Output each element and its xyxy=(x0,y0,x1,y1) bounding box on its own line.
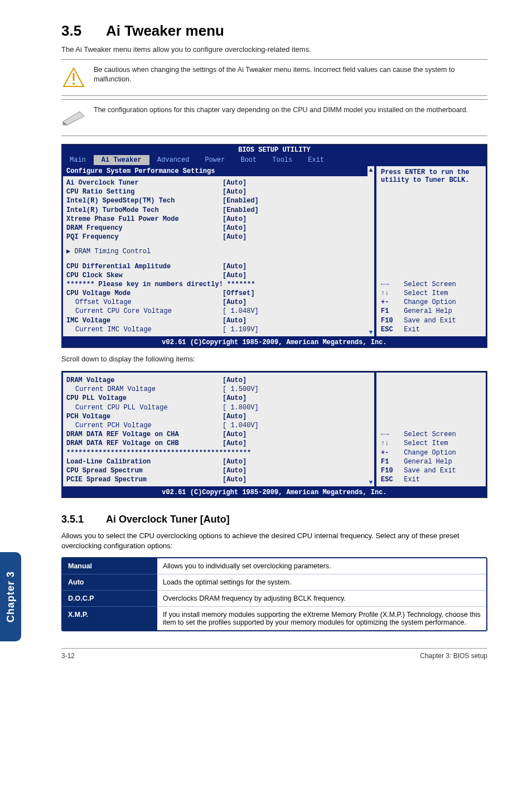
nav-help-row: ESC Exit xyxy=(381,475,481,484)
bios-setting-row[interactable]: CPU Ratio Setting[Auto] xyxy=(66,187,364,196)
nav-text: Change Option xyxy=(400,449,456,457)
scroll-down-icon[interactable]: ▼ xyxy=(367,479,374,486)
bios-row-value: [Auto] xyxy=(223,233,246,241)
bios-row-label: IMC Voltage xyxy=(66,316,223,325)
subsection-number: 3.5.1 xyxy=(61,514,106,525)
scroll-down-icon[interactable]: ▼ xyxy=(367,329,374,336)
bios-setting-row[interactable]: PQI Frequency[Auto] xyxy=(66,233,364,241)
bios2-left-panel: DRAM Voltage[Auto]Current DRAM Voltage[ … xyxy=(62,371,367,487)
bios-setting-row[interactable]: Ai Overclock Tuner[Auto] xyxy=(66,178,364,187)
scroll-note: Scroll down to display the following ite… xyxy=(61,355,487,363)
bios-setting-row[interactable]: CPU Voltage Mode[Offset] xyxy=(66,289,364,298)
caution-note: Be cautious when changing the settings o… xyxy=(61,59,487,96)
table-row: AutoLoads the optimal settings for the s… xyxy=(62,574,486,591)
nav-key: +- xyxy=(381,448,400,457)
bios-row-value: [Auto] xyxy=(223,187,246,196)
chapter-side-label: Chapter 3 xyxy=(5,571,17,622)
table-row: ManualAllows you to individually set ove… xyxy=(62,558,486,574)
bios-scrollbar[interactable]: ▲ ▼ xyxy=(367,165,375,337)
bios-setting-row[interactable]: Current IMC Voltage[ 1.109V] xyxy=(66,325,364,334)
bios-row-value: [Auto] xyxy=(223,224,246,233)
bios-setting-row[interactable]: DRAM Frequency[Auto] xyxy=(66,224,364,233)
page-number: 3-12 xyxy=(61,652,75,660)
nav-help-row: F10 Save and Exit xyxy=(381,316,481,325)
nav-key: ↑↓ xyxy=(381,439,400,448)
triangle-icon: ▶ xyxy=(66,247,74,256)
bios-setting-row[interactable]: Offset Voltage[Auto] xyxy=(66,298,364,307)
scroll-up-icon[interactable]: ▲ xyxy=(367,167,374,173)
bios-setting-row[interactable]: Current DRAM Voltage[ 1.500V] xyxy=(66,385,364,394)
nav-key: ←→ xyxy=(381,430,400,439)
bios-setting-row[interactable]: Intel(R) TurboMode Tech[Enabled] xyxy=(66,206,364,215)
bios-row-value: [ 1.040V] xyxy=(223,421,259,430)
nav-text: Exit xyxy=(400,476,420,484)
bios-setting-row[interactable]: PCIE Spread Spectrum[Auto] xyxy=(66,475,364,484)
bios-row-label: Current CPU Core Voltage xyxy=(66,307,223,316)
bios-row-label: ****************************************… xyxy=(66,448,364,457)
bios-setting-row[interactable]: CPU PLL Voltage[Auto] xyxy=(66,394,364,403)
bios-setting-row[interactable]: ******* Please key in numbers directly! … xyxy=(66,280,364,289)
bios-help-text: Press ENTER to run the utility to Tuner … xyxy=(381,168,481,184)
bios-menu-main[interactable]: Main xyxy=(62,155,94,165)
nav-help-row: ↑↓ Select Item xyxy=(381,289,481,298)
section-title-text: Ai Tweaker menu xyxy=(106,22,224,39)
option-key: Manual xyxy=(62,558,157,574)
bios-row-value: [Offset] xyxy=(223,289,255,298)
bios2-footer: v02.61 (C)Copyright 1985-2009, American … xyxy=(62,487,487,497)
bios-footer: v02.61 (C)Copyright 1985-2009, American … xyxy=(62,337,487,347)
section-intro: The Ai Tweaker menu items allow you to c… xyxy=(61,45,487,54)
bios-row-label: Current DRAM Voltage xyxy=(66,385,223,394)
bios-setting-row[interactable]: CPU Differential Amplitude[Auto] xyxy=(66,262,364,271)
option-value: Allows you to individually set overclock… xyxy=(157,558,486,574)
bios-row-value: [Enabled] xyxy=(223,196,259,205)
bios-row-value: [ 1.048V] xyxy=(223,307,259,316)
bios-setting-row[interactable]: CPU Clock Skew[Auto] xyxy=(66,271,364,280)
bios-row-label: DRAM Frequency xyxy=(66,224,223,233)
bios-row-label: Offset Voltage xyxy=(66,298,223,307)
bios-setting-row[interactable]: ****************************************… xyxy=(66,448,364,457)
option-value: Loads the optimal settings for the syste… xyxy=(157,574,486,591)
bios-menu-tools[interactable]: Tools xyxy=(264,155,300,165)
bios-setting-row[interactable]: ▶ DRAM Timing Control xyxy=(66,247,364,256)
bios-menu-boot[interactable]: Boot xyxy=(233,155,264,165)
bios-setting-row[interactable]: Xtreme Phase Full Power Mode[Auto] xyxy=(66,215,364,224)
bios-setting-row[interactable]: DRAM DATA REF Voltage on CHA[Auto] xyxy=(66,430,364,439)
bios-setting-row[interactable]: Current PCH Voltage[ 1.040V] xyxy=(66,421,364,430)
nav-key: ESC xyxy=(381,475,400,484)
option-key: Auto xyxy=(62,574,157,591)
bios-setting-row[interactable]: IMC Voltage[Auto] xyxy=(66,316,364,325)
bios-row-label: DRAM Voltage xyxy=(66,376,223,385)
bios-setting-row[interactable]: PCH Voltage[Auto] xyxy=(66,412,364,421)
bios-row-label: CPU Ratio Setting xyxy=(66,187,223,196)
bios-menu-power[interactable]: Power xyxy=(197,155,233,165)
nav-help-row: +- Change Option xyxy=(381,448,481,457)
nav-help-row: F1 General Help xyxy=(381,457,481,466)
nav-text: Select Item xyxy=(400,439,448,447)
bios-setting-row[interactable]: Current CPU PLL Voltage[ 1.800V] xyxy=(66,403,364,412)
bios-setting-row[interactable]: Load-Line Calibration[Auto] xyxy=(66,457,364,466)
bios-row-value: [Auto] xyxy=(223,178,246,187)
bios-setting-row[interactable]: CPU Spread Spectrum[Auto] xyxy=(66,466,364,475)
option-value: If you install memory modules supporting… xyxy=(157,607,486,630)
bios-setting-row[interactable]: Current CPU Core Voltage[ 1.048V] xyxy=(66,307,364,316)
option-value: Overclocks DRAM frequency by adjusting B… xyxy=(157,591,486,607)
bios-row-label: CPU Differential Amplitude xyxy=(66,262,223,271)
svg-point-2 xyxy=(72,83,75,85)
pencil-icon xyxy=(61,105,86,130)
nav-help-row: F10 Save and Exit xyxy=(381,466,481,475)
nav-key: +- xyxy=(381,298,400,307)
bios-menu-exit[interactable]: Exit xyxy=(300,155,332,165)
bios-row-label: Ai Overclock Tuner xyxy=(66,178,223,187)
nav-text: Select Screen xyxy=(400,281,456,288)
bios-setting-row[interactable]: Intel(R) SpeedStep(TM) Tech[Enabled] xyxy=(66,196,364,205)
bios-menu-ai-tweaker[interactable]: Ai Tweaker xyxy=(94,155,149,165)
bios-row-value: [Auto] xyxy=(223,475,246,484)
bios-menu-advanced[interactable]: Advanced xyxy=(149,155,197,165)
nav-text: Select Item xyxy=(400,289,448,297)
bios-setting-row[interactable]: DRAM DATA REF Voltage on CHB[Auto] xyxy=(66,439,364,448)
bios-row-label: ******* Please key in numbers directly! … xyxy=(66,280,364,289)
bios2-scrollbar[interactable]: ▼ xyxy=(367,371,375,487)
nav-text: Exit xyxy=(400,326,420,334)
nav-help-row: ESC Exit xyxy=(381,325,481,334)
bios-setting-row[interactable]: DRAM Voltage[Auto] xyxy=(66,376,364,385)
